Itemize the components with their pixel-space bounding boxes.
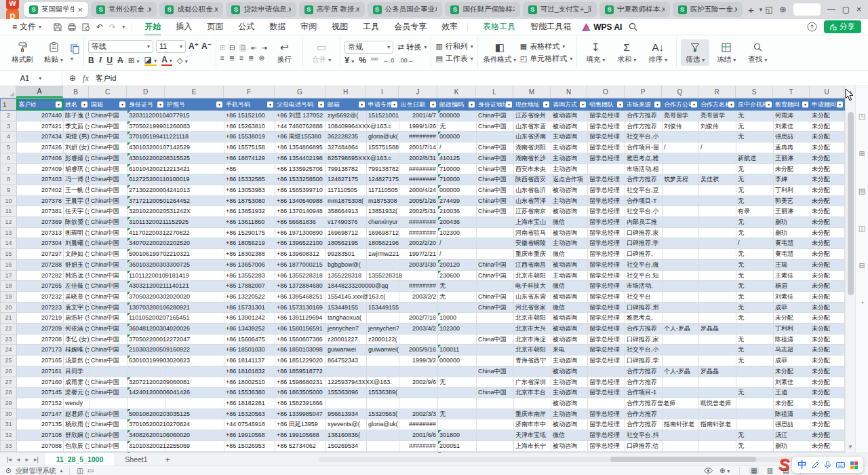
cell[interactable]: China中国 [477, 334, 514, 345]
filter-dropdown-icon[interactable]: ▾ [119, 102, 125, 108]
increase-decimal-icon[interactable]: ←.0 [383, 57, 395, 64]
cell-style-button[interactable]: ◰单元格样式▾ [520, 54, 572, 64]
cell[interactable]: 山东省菏泽 [514, 195, 551, 206]
cell[interactable]: China中国 [90, 440, 127, 451]
cell[interactable]: China中国 [477, 302, 514, 313]
cell[interactable]: 王丽淋 [774, 206, 810, 217]
filter-dropdown-icon[interactable]: ▾ [469, 102, 475, 108]
cell[interactable]: 被动咨询 [551, 259, 588, 270]
cell[interactable]: 142401200006041426 [127, 387, 165, 398]
column-header-G[interactable]: G [275, 86, 326, 98]
cell[interactable]: 370502199901260083 [127, 121, 165, 132]
cell[interactable]: 彭睿婧 (女 [64, 153, 90, 164]
thousands-icon[interactable]: ⁰⁰⁰ [371, 57, 378, 64]
cell[interactable] [588, 398, 625, 408]
search-icon[interactable] [629, 22, 637, 31]
keyboard-icon[interactable] [836, 462, 845, 468]
cell[interactable]: 18448233200000@qq [326, 281, 367, 292]
cell[interactable]: China中国 [90, 281, 127, 292]
decrease-decimal-icon[interactable]: .00→ [399, 57, 414, 64]
header-cell-Q[interactable]: 合作方公司▾ [663, 99, 699, 111]
cell[interactable]: China中国 [90, 185, 127, 195]
cell[interactable]: +86 1370140948 [275, 206, 326, 217]
cell[interactable]: +86 15731301 [224, 302, 275, 313]
cell[interactable]: 王瑞 [774, 259, 810, 270]
cell[interactable]: 广东省深圳 [514, 377, 551, 387]
cell[interactable]: 207173 [17, 345, 64, 356]
cell[interactable]: +86 1582391866 [275, 398, 326, 408]
cell[interactable]: +86 18501030 [224, 345, 275, 356]
cell[interactable]: 强思喆 [774, 132, 810, 142]
cell[interactable]: 被动咨询 [551, 398, 588, 408]
document-tab[interactable]: S公务员国企事业单... [368, 2, 443, 17]
cell[interactable]: +86 139608312 [275, 249, 326, 260]
cell[interactable]: 207152 [17, 398, 64, 408]
row-number[interactable]: 10 [1, 195, 17, 206]
cell[interactable]: 安徽省铜陵 [514, 238, 551, 249]
cell[interactable]: 956613934 [326, 408, 367, 419]
cell[interactable]: 留学总经理 [588, 185, 625, 195]
cell[interactable] [477, 238, 514, 249]
cell[interactable]: 207265 [17, 281, 64, 292]
menu-tab-效率[interactable]: 效率 [435, 19, 465, 35]
cell[interactable]: guiwanwei [326, 345, 367, 356]
cell[interactable]: 2002/3/3 [399, 408, 438, 419]
cell[interactable]: 未分配 [810, 377, 845, 387]
cell[interactable]: z2000122( [367, 334, 399, 345]
cell[interactable]: 微信 [551, 249, 588, 260]
cell[interactable] [699, 185, 736, 195]
cell[interactable]: 654101200007050581 [127, 451, 165, 453]
cell[interactable]: 未分配 [810, 430, 845, 441]
cell[interactable]: 口碑推荐,邢 [625, 302, 663, 313]
cell[interactable]: China中国 [477, 164, 514, 174]
cell[interactable]: 江苏省徐州 [514, 111, 551, 121]
cell[interactable]: 1997/2/21 [399, 249, 438, 260]
row-number[interactable]: 25 [1, 356, 17, 366]
cell[interactable]: 舒妍玉 (女 [64, 259, 90, 270]
menu-tab-视图[interactable]: 视图 [325, 19, 355, 35]
cell[interactable]: +86 1340540988 [275, 195, 326, 206]
cell[interactable]: 15536389( [367, 387, 399, 398]
cell[interactable]: 无 [736, 259, 774, 270]
cell[interactable]: China中国 [90, 291, 127, 302]
cell[interactable] [438, 366, 477, 377]
cell[interactable]: 2000/4/24 [399, 185, 438, 195]
cell[interactable]: 无 [736, 302, 774, 313]
cell[interactable] [699, 153, 736, 164]
cell[interactable] [514, 366, 551, 377]
italic-button[interactable]: I [99, 55, 102, 65]
cell[interactable]: China中国 [90, 153, 127, 164]
cell[interactable]: 刘俊伶 [699, 121, 736, 132]
cell[interactable]: 无 [736, 270, 774, 281]
cell[interactable]: tanghaoxua( [326, 313, 367, 324]
cell[interactable]: 口碑推荐,学 [625, 238, 663, 249]
column-header-A[interactable]: A [16, 86, 63, 98]
cell[interactable] [477, 281, 514, 292]
currency-icon[interactable]: ¥ ▾ [344, 56, 354, 65]
font-color-icon[interactable]: A ▾ [161, 55, 172, 66]
cell[interactable]: 799138782 [367, 164, 399, 174]
cell[interactable]: 207208 [17, 334, 64, 345]
tab-list-dropdown-icon[interactable]: ▾ [760, 6, 763, 13]
cell[interactable] [477, 398, 514, 408]
cell[interactable]: 社交平台,抖 [625, 430, 663, 441]
cell[interactable] [588, 366, 625, 377]
header-cell-S[interactable]: 原中介机构▾ [736, 99, 774, 111]
cell[interactable]: 无 [736, 185, 774, 195]
cell[interactable]: 天津市宝坻 [514, 430, 551, 441]
header-cell-M[interactable]: 现住地址▾ [514, 99, 551, 111]
cell[interactable]: 留学总经理 [588, 227, 625, 238]
cell[interactable]: +86 1859518772 [275, 366, 326, 377]
cell[interactable]: China中国 [90, 334, 127, 345]
cell[interactable]: 微信 [551, 302, 588, 313]
sort-button[interactable]: A↓ 排序 ▾ [644, 39, 672, 66]
cell[interactable] [127, 366, 165, 377]
cell[interactable]: 未分配 [810, 398, 845, 408]
row-number[interactable]: 18 [1, 281, 17, 292]
cell[interactable]: m1875308 [367, 195, 399, 206]
align-top-icon[interactable]: ⍐ [220, 44, 224, 52]
row-number[interactable]: 4 [1, 132, 17, 142]
cell[interactable]: 000000 [438, 356, 477, 366]
cell[interactable]: 丁利利 [774, 324, 810, 335]
cell[interactable]: 110105200207165451 [127, 313, 165, 324]
